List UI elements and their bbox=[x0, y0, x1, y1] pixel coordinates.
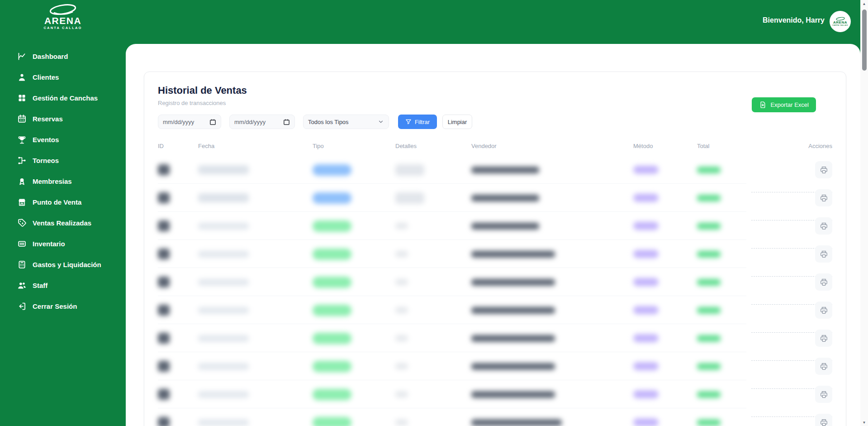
sidebar-item-dashboard[interactable]: Dashboard bbox=[0, 46, 126, 67]
avatar[interactable]: ARENA CANTA CALLAO bbox=[830, 11, 851, 32]
print-row-button[interactable] bbox=[815, 358, 832, 375]
page-title: Historial de Ventas bbox=[158, 85, 832, 96]
table-row bbox=[158, 184, 832, 212]
sidebar-item-reservas[interactable]: Reservas bbox=[0, 108, 126, 129]
clear-button[interactable]: Limpiar bbox=[442, 115, 472, 129]
redacted-vendedor bbox=[471, 307, 555, 314]
scroll-down-arrow-icon[interactable]: ▼ bbox=[860, 419, 868, 426]
print-row-button[interactable] bbox=[815, 302, 832, 319]
printer-icon bbox=[820, 250, 828, 258]
sidebar-item-ventas-realizadas[interactable]: Ventas Realizadas bbox=[0, 212, 126, 233]
redacted-vendedor bbox=[471, 167, 539, 173]
brand-name: ARENA bbox=[0, 16, 126, 25]
print-row-button[interactable] bbox=[815, 245, 832, 263]
print-row-button[interactable] bbox=[815, 330, 832, 347]
sidebar-item-label: Clientes bbox=[33, 73, 59, 81]
redacted-vendedor bbox=[471, 363, 555, 370]
sidebar-item-gesti-n-de-canchas[interactable]: Gestión de Canchas bbox=[0, 87, 126, 108]
redacted-vendedor bbox=[471, 223, 539, 230]
scrollbar-thumb[interactable] bbox=[862, 10, 867, 71]
table-row bbox=[158, 380, 832, 408]
redacted-fecha bbox=[198, 165, 249, 174]
sidebar-item-label: Cerrar Sesión bbox=[33, 302, 77, 310]
filter-button[interactable]: Filtrar bbox=[398, 115, 437, 129]
redacted-id bbox=[158, 192, 170, 203]
sidebar-item-label: Eventos bbox=[33, 136, 59, 144]
tipo-badge bbox=[313, 192, 351, 204]
redacted-vendedor bbox=[471, 251, 555, 258]
redacted-total bbox=[697, 419, 721, 426]
sidebar-item-label: Inventario bbox=[33, 240, 65, 248]
filter-button-label: Filtrar bbox=[415, 119, 430, 125]
sidebar-item-clientes[interactable]: Clientes bbox=[0, 67, 126, 87]
sidebar-item-label: Ventas Realizadas bbox=[33, 219, 91, 227]
export-excel-button[interactable]: Exportar Excel bbox=[752, 97, 816, 112]
sidebar-item-torneos[interactable]: Torneos bbox=[0, 150, 126, 171]
sidebar-item-staff[interactable]: Staff bbox=[0, 275, 126, 296]
metodo-badge bbox=[633, 334, 659, 342]
logout-icon bbox=[17, 302, 27, 311]
date-from-input[interactable]: mm/dd/yyyy bbox=[158, 115, 221, 129]
sidebar-item-gastos-y-liquidaci-n[interactable]: Gastos y Liquidación bbox=[0, 254, 126, 275]
redacted-total bbox=[697, 307, 721, 314]
sidebar-item-membresias[interactable]: Membresias bbox=[0, 171, 126, 191]
calculator-icon bbox=[17, 260, 27, 269]
redacted-total bbox=[697, 251, 721, 258]
table-row bbox=[158, 408, 832, 426]
redacted-total bbox=[697, 279, 721, 286]
redacted-detalles bbox=[395, 391, 408, 397]
print-row-button[interactable] bbox=[815, 273, 832, 291]
sidebar-item-cerrar-sesi-n[interactable]: Cerrar Sesión bbox=[0, 296, 126, 316]
store-icon bbox=[17, 197, 27, 207]
sidebar-item-inventario[interactable]: Inventario bbox=[0, 233, 126, 254]
bracket-icon bbox=[17, 156, 27, 165]
redacted-detalles bbox=[395, 251, 408, 257]
redacted-vendedor bbox=[471, 195, 539, 201]
sidebar-item-label: Gastos y Liquidación bbox=[33, 261, 101, 268]
redacted-detalles bbox=[395, 164, 424, 176]
printer-icon bbox=[820, 194, 828, 202]
redacted-fecha bbox=[198, 251, 249, 258]
table-body bbox=[158, 156, 832, 426]
col-header-acciones: Acciones bbox=[751, 143, 832, 149]
metodo-badge bbox=[633, 250, 659, 258]
redacted-detalles bbox=[395, 223, 408, 229]
redacted-fecha bbox=[198, 193, 249, 202]
brand-subname: CANTA CALLAO bbox=[0, 26, 126, 30]
print-row-button[interactable] bbox=[815, 189, 832, 206]
redacted-vendedor bbox=[471, 335, 555, 342]
redacted-id bbox=[158, 305, 170, 316]
redacted-id bbox=[158, 417, 170, 426]
avatar-brand-name: ARENA bbox=[833, 21, 847, 24]
redacted-fecha bbox=[198, 279, 249, 286]
user-icon bbox=[17, 72, 27, 82]
print-row-button[interactable] bbox=[815, 217, 832, 235]
metodo-badge bbox=[633, 222, 659, 230]
tipo-badge bbox=[313, 164, 351, 176]
redacted-total bbox=[697, 223, 721, 230]
date-to-input[interactable]: mm/dd/yyyy bbox=[229, 115, 295, 129]
sidebar-item-label: Torneos bbox=[33, 157, 59, 164]
printer-icon bbox=[820, 390, 828, 399]
brand-logo: ARENA CANTA CALLAO bbox=[0, 3, 126, 30]
redacted-id bbox=[158, 389, 170, 400]
tipo-badge bbox=[313, 417, 351, 426]
chevron-down-icon bbox=[378, 119, 384, 125]
tipo-badge bbox=[313, 305, 351, 316]
sidebar-item-punto-de-venta[interactable]: Punto de Venta bbox=[0, 191, 126, 212]
vertical-scrollbar[interactable]: ▲ ▼ bbox=[860, 0, 868, 426]
table-row bbox=[158, 212, 832, 240]
sidebar-item-label: Gestión de Canchas bbox=[33, 94, 98, 102]
scroll-up-arrow-icon[interactable]: ▲ bbox=[860, 0, 868, 7]
redacted-id bbox=[158, 164, 170, 175]
type-select[interactable]: Todos los Tipos bbox=[303, 115, 389, 129]
redacted-fecha bbox=[198, 391, 249, 398]
sidebar-item-eventos[interactable]: Eventos bbox=[0, 129, 126, 150]
col-header-tipo: Tipo bbox=[313, 143, 395, 149]
date-to-placeholder: mm/dd/yyyy bbox=[234, 119, 266, 125]
col-header-detalles: Detalles bbox=[395, 143, 471, 149]
print-row-button[interactable] bbox=[815, 386, 832, 403]
print-row-button[interactable] bbox=[815, 161, 832, 178]
print-row-button[interactable] bbox=[815, 414, 832, 426]
redacted-detalles bbox=[395, 363, 408, 369]
